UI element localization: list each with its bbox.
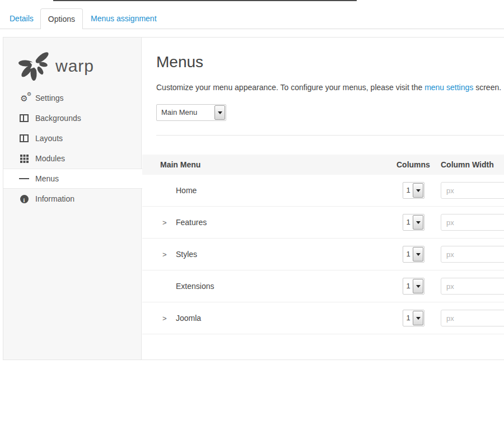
description-text: screen. bbox=[473, 83, 501, 92]
tab-options[interactable]: Options bbox=[40, 8, 83, 29]
gears-icon bbox=[19, 94, 29, 102]
sidebar-item-label: Modules bbox=[35, 154, 65, 163]
dropdown-arrow-icon bbox=[413, 183, 423, 198]
sidebar-item-label: Layouts bbox=[35, 134, 63, 143]
column-width-input[interactable] bbox=[441, 246, 504, 263]
sidebar-item-label: Menus bbox=[35, 174, 59, 183]
menu-item-label: Styles bbox=[176, 250, 197, 259]
sidebar-item-backgrounds[interactable]: Backgrounds bbox=[3, 108, 141, 128]
columns-select[interactable]: 1 bbox=[403, 310, 424, 326]
sidebar-item-information[interactable]: Information bbox=[3, 189, 141, 209]
sidebar-item-label: Backgrounds bbox=[35, 114, 81, 123]
table-row-features: Features 1 bbox=[142, 207, 504, 239]
columns-select[interactable]: 1 bbox=[403, 278, 424, 295]
info-circle-icon bbox=[19, 195, 29, 203]
warp-logo: warp bbox=[3, 38, 141, 82]
toolbar-divider bbox=[53, 0, 357, 1]
column-width-input[interactable] bbox=[441, 310, 504, 326]
sidebar-item-settings[interactable]: Settings bbox=[3, 88, 141, 108]
divider bbox=[156, 135, 504, 136]
columns-select[interactable]: 1 bbox=[403, 214, 424, 231]
page-description: Customize your menu appearance. To confi… bbox=[156, 83, 501, 92]
options-panel: warp Settings Backgrounds Layouts bbox=[3, 37, 504, 360]
columns-select[interactable]: 1 bbox=[403, 246, 424, 263]
description-text: Customize your menu appearance. To confi… bbox=[156, 83, 424, 92]
columns-icon bbox=[19, 134, 29, 142]
table-row-styles: Styles 1 bbox=[142, 239, 504, 270]
dropdown-arrow-icon bbox=[413, 247, 423, 262]
sidebar: warp Settings Backgrounds Layouts bbox=[3, 38, 142, 360]
sidebar-item-label: Information bbox=[35, 194, 74, 203]
columns-select-value: 1 bbox=[403, 214, 412, 230]
tab-bar: Details Options Menus assignment bbox=[0, 8, 504, 29]
sidebar-item-layouts[interactable]: Layouts bbox=[3, 128, 141, 148]
columns-select[interactable]: 1 bbox=[403, 182, 424, 199]
page-title: Menus bbox=[156, 53, 203, 71]
sidebar-item-menus[interactable]: Menus bbox=[3, 169, 142, 189]
menu-select[interactable]: Main Menu bbox=[156, 104, 226, 121]
header-menu-name: Main Menu bbox=[160, 155, 200, 175]
logo-text: warp bbox=[55, 58, 94, 74]
tab-details[interactable]: Details bbox=[10, 8, 40, 29]
content-area: Menus Customize your menu appearance. To… bbox=[142, 38, 504, 360]
sidebar-nav: Settings Backgrounds Layouts bbox=[3, 88, 141, 209]
menu-select-value: Main Menu bbox=[157, 105, 214, 120]
table-header: Main Menu Columns Column Width bbox=[142, 155, 504, 175]
bars-icon bbox=[19, 177, 29, 180]
expand-chevron-icon[interactable] bbox=[162, 315, 167, 322]
sidebar-item-label: Settings bbox=[35, 94, 64, 102]
columns-select-value: 1 bbox=[403, 310, 412, 326]
header-columns: Columns bbox=[396, 155, 430, 175]
header-column-width: Column Width bbox=[441, 155, 494, 175]
columns-icon bbox=[19, 114, 29, 122]
column-width-input[interactable] bbox=[441, 278, 504, 295]
menu-item-label: Extensions bbox=[176, 282, 214, 291]
columns-select-value: 1 bbox=[403, 183, 412, 198]
table-row-home: Home 1 bbox=[142, 175, 504, 207]
menu-item-label: Joomla bbox=[176, 314, 201, 323]
menu-item-label: Features bbox=[176, 218, 207, 227]
menu-rows: Home 1 Features 1 Styles bbox=[142, 175, 504, 334]
dropdown-arrow-icon bbox=[413, 279, 423, 293]
sidebar-item-modules[interactable]: Modules bbox=[3, 148, 141, 169]
table-row-joomla: Joomla 1 bbox=[142, 302, 504, 334]
column-width-input[interactable] bbox=[441, 214, 504, 231]
table-row-extensions: Extensions 1 bbox=[142, 270, 504, 302]
tab-menus-assignment[interactable]: Menus assignment bbox=[91, 8, 157, 29]
expand-chevron-icon[interactable] bbox=[162, 251, 167, 258]
warp-leaf-icon bbox=[17, 50, 52, 82]
grid-icon bbox=[19, 155, 29, 163]
dropdown-arrow-icon bbox=[413, 215, 423, 230]
columns-select-value: 1 bbox=[403, 278, 412, 294]
dropdown-arrow-icon bbox=[214, 105, 225, 120]
columns-select-value: 1 bbox=[403, 246, 412, 262]
menu-settings-link[interactable]: menu settings bbox=[424, 83, 473, 92]
column-width-input[interactable] bbox=[441, 182, 504, 199]
expand-chevron-icon[interactable] bbox=[162, 219, 167, 226]
menu-item-label: Home bbox=[176, 186, 197, 195]
dropdown-arrow-icon bbox=[413, 311, 423, 325]
